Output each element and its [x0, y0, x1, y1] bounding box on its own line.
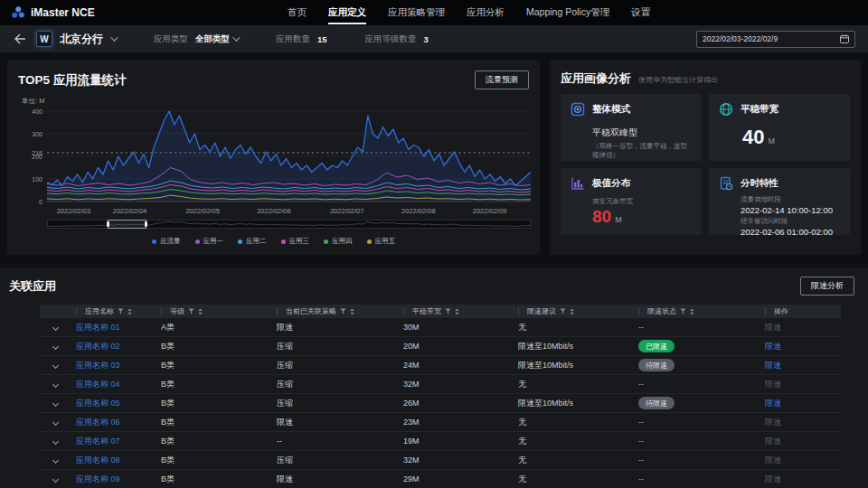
y-axis-tick: 216: [32, 150, 42, 156]
nav-item-设置[interactable]: 设置: [631, 0, 650, 25]
chevron-down-icon[interactable]: [52, 400, 59, 407]
calendar-icon[interactable]: [840, 34, 849, 43]
table-row: 应用名称 08B类压缩32M无--限速: [40, 451, 841, 470]
column-header-限速建议[interactable]: 限速建议: [518, 305, 638, 318]
status-badge: 已限速: [638, 340, 675, 352]
column-header-当前已关联策略[interactable]: 当前已关联策略: [277, 305, 403, 318]
column-header-应用名称[interactable]: 应用名称: [76, 305, 161, 318]
app-level-label: 应用等级数量: [365, 33, 417, 45]
sub-header: W 北京分行 应用类型 全部类型 应用数量 15 应用等级数量 3: [0, 25, 868, 52]
nav-item-应用定义[interactable]: 应用定义: [328, 0, 366, 25]
legend-item-应用三[interactable]: 应用三: [281, 237, 310, 246]
level-cell: B类: [161, 455, 277, 466]
status-cell: 已限速: [638, 340, 765, 352]
back-arrow-icon: [14, 33, 26, 44]
chart-zoom-handle-left[interactable]: [107, 221, 109, 227]
overall-mode-desc: （双峰一谷型，流量平稳，波型规律强）: [592, 142, 692, 160]
related-apps-section: 关联应用 限速分析 应用名称等级当前已关联策略平稳带宽限速建议限速状态操作 应用…: [0, 267, 868, 488]
app-name-link[interactable]: 应用名称 02: [76, 342, 120, 351]
filter-sort-icons[interactable]: [445, 308, 460, 315]
rate-limit-action-link: 限速: [765, 436, 781, 446]
table-row: 应用名称 06B类限速23M无--限速: [40, 413, 841, 432]
column-header-等级[interactable]: 等级: [161, 305, 277, 318]
app-name-link[interactable]: 应用名称 07: [76, 436, 120, 446]
site-chevron-down-icon[interactable]: [110, 33, 118, 41]
legend-item-总流量[interactable]: 总流量: [152, 237, 181, 246]
row-expander[interactable]: [40, 418, 76, 427]
app-name-link[interactable]: 应用名称 01: [76, 323, 120, 332]
filter-sort-icons[interactable]: [680, 308, 695, 315]
date-range-picker[interactable]: [696, 31, 855, 48]
back-button[interactable]: [13, 32, 27, 46]
nav-item-Mapping Policy管理[interactable]: Mapping Policy管理: [526, 0, 609, 25]
chart-zoom-window[interactable]: [108, 220, 147, 229]
traffic-forecast-button[interactable]: 流量预测: [475, 70, 529, 89]
date-range-input[interactable]: [703, 34, 835, 43]
legend-label: 应用四: [332, 237, 353, 246]
filter-sort-icons[interactable]: [118, 308, 133, 315]
suggestion-cell: 无: [518, 455, 638, 466]
legend-item-应用四[interactable]: 应用四: [324, 237, 353, 246]
app-count-value: 15: [317, 34, 327, 44]
rate-limit-action-link[interactable]: 限速: [765, 399, 781, 408]
action-cell: 限速: [765, 436, 841, 447]
bandwidth-cell: 30M: [403, 323, 518, 332]
chevron-down-icon[interactable]: [52, 362, 59, 369]
legend-dot: [195, 239, 200, 244]
chevron-down-icon[interactable]: [52, 324, 59, 331]
chevron-down-icon[interactable]: [52, 438, 59, 445]
status-cell: --: [638, 380, 765, 389]
stable-bandwidth-title: 平稳带宽: [741, 103, 778, 116]
chevron-down-icon[interactable]: [52, 419, 59, 426]
app-name-link[interactable]: 应用名称 09: [76, 474, 120, 483]
chart-zoom-handle-right[interactable]: [145, 221, 147, 227]
app-name-link[interactable]: 应用名称 06: [76, 418, 120, 427]
rate-limit-action-link[interactable]: 限速: [765, 361, 781, 370]
nav-item-应用分析[interactable]: 应用分析: [467, 0, 505, 25]
row-expander[interactable]: [40, 474, 76, 483]
row-expander[interactable]: [40, 323, 76, 332]
row-expander[interactable]: [40, 455, 76, 465]
column-header-操作[interactable]: 操作: [765, 305, 841, 318]
rate-limit-analysis-button[interactable]: 限速分析: [800, 277, 854, 296]
row-expander[interactable]: [40, 380, 76, 389]
chevron-down-icon[interactable]: [52, 343, 59, 350]
profile-cards: 整体模式 平稳双峰型 （双峰一谷型，流量平稳，波型规律强） 平稳带宽 40M 极…: [550, 87, 861, 246]
column-header-平稳带宽[interactable]: 平稳带宽: [403, 305, 518, 318]
app-name-cell: 应用名称 06: [76, 417, 161, 428]
legend-item-应用一[interactable]: 应用一: [195, 237, 224, 246]
filter-sort-icons[interactable]: [560, 308, 575, 315]
row-expander[interactable]: [40, 436, 76, 446]
app-name-link[interactable]: 应用名称 05: [76, 399, 120, 408]
y-axis-tick: 0: [39, 199, 42, 205]
app-level-value: 3: [424, 34, 429, 44]
column-label: 限速建议: [527, 306, 556, 316]
legend-item-应用二[interactable]: 应用二: [238, 237, 267, 246]
filter-sort-icons[interactable]: [188, 308, 203, 315]
chart-zoom-slider[interactable]: [47, 220, 531, 229]
overall-mode-icon: [571, 102, 585, 117]
legend-item-应用五[interactable]: 应用五: [367, 237, 396, 246]
chevron-down-icon[interactable]: [52, 457, 59, 464]
app-name-link[interactable]: 应用名称 03: [76, 361, 120, 370]
row-expander[interactable]: [40, 342, 76, 351]
app-type-chevron-down-icon: [232, 33, 240, 41]
surge-period-value: 2022-02-14 10:00-12:00: [741, 205, 840, 215]
site-name: 北京分行: [60, 32, 103, 47]
filter-sort-icons[interactable]: [340, 308, 355, 315]
action-cell: 限速: [765, 341, 841, 352]
legend-label: 应用一: [203, 237, 224, 246]
chevron-down-icon[interactable]: [52, 476, 59, 483]
row-expander[interactable]: [40, 399, 76, 408]
row-expander[interactable]: [40, 361, 76, 370]
app-name-link[interactable]: 应用名称 08: [76, 455, 120, 465]
nav-item-首页[interactable]: 首页: [288, 0, 307, 25]
table-row: 应用名称 09B类限速29M无--限速: [40, 470, 841, 488]
nav-item-应用策略管理[interactable]: 应用策略管理: [388, 0, 445, 25]
app-name-link[interactable]: 应用名称 04: [76, 380, 120, 389]
app-type-select[interactable]: 全部类型: [195, 33, 238, 45]
column-header-限速状态[interactable]: 限速状态: [638, 305, 765, 318]
chevron-down-icon[interactable]: [52, 381, 59, 388]
rate-limit-action-link[interactable]: 限速: [765, 342, 781, 351]
bandwidth-cell: 26M: [403, 399, 518, 408]
